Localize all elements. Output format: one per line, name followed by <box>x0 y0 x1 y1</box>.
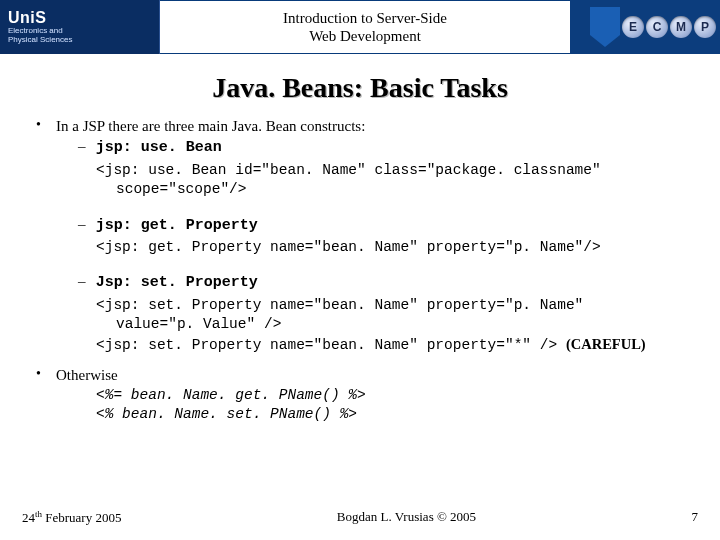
setproperty-code-1: <jsp: set. Property name="bean. Name" pr… <box>96 296 690 316</box>
logo-text: UniS <box>8 9 151 27</box>
medal-c: C <box>646 16 668 38</box>
course-title-line1: Introduction to Server-Side <box>160 9 570 27</box>
footer: 24th February 2005 Bogdan L. Vrusias © 2… <box>0 509 720 526</box>
setproperty-label: Jsp: set. Property <box>96 274 258 291</box>
footer-page: 7 <box>691 509 698 526</box>
scriptlet-get: <%= bean. Name. get. PName() %> <box>56 386 690 406</box>
footer-author: Bogdan L. Vrusias © 2005 <box>337 509 476 526</box>
institution-logo: UniS Electronics and Physical Sciences <box>0 0 160 54</box>
medal-e: E <box>622 16 644 38</box>
usebean-label: jsp: use. Bean <box>96 139 222 156</box>
course-title-line2: Web Development <box>160 27 570 45</box>
scriptlet-set: <% bean. Name. set. PName() %> <box>56 405 690 425</box>
getproperty-label: jsp: get. Property <box>96 217 258 234</box>
footer-date: 24th February 2005 <box>22 509 121 526</box>
usebean-code-2: scope="scope"/> <box>96 180 690 200</box>
medal-m: M <box>670 16 692 38</box>
dept-line2: Physical Sciences <box>8 36 151 45</box>
bullet-constructs: In a JSP there are three main Java. Bean… <box>30 116 690 355</box>
careful-warning: (CAREFUL) <box>566 336 646 352</box>
getproperty-code: <jsp: get. Property name="bean. Name" pr… <box>96 238 690 258</box>
usebean-code-1: <jsp: use. Bean id="bean. Name" class="p… <box>96 161 690 181</box>
bullet-otherwise: Otherwise <%= bean. Name. get. PName() %… <box>30 365 690 424</box>
banner: UniS Electronics and Physical Sciences I… <box>0 0 720 54</box>
content: In a JSP there are three main Java. Bean… <box>0 104 720 425</box>
bullet-otherwise-text: Otherwise <box>56 367 118 383</box>
bullet-constructs-text: In a JSP there are three main Java. Bean… <box>56 118 365 134</box>
course-title: Introduction to Server-Side Web Developm… <box>160 1 570 53</box>
setproperty-code-3: <jsp: set. Property name="bean. Name" pr… <box>96 335 690 356</box>
crest-icon <box>590 7 620 47</box>
slide-title: Java. Beans: Basic Tasks <box>0 72 720 104</box>
banner-right: E C M P <box>570 0 720 54</box>
setproperty-code-2: value="p. Value" /> <box>96 315 690 335</box>
medal-p: P <box>694 16 716 38</box>
